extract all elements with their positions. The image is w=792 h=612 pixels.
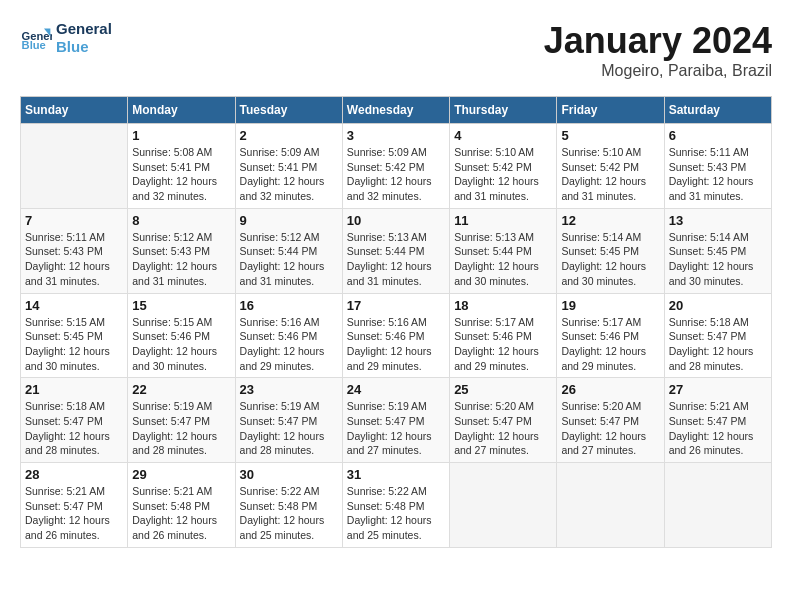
day-cell: 28Sunrise: 5:21 AM Sunset: 5:47 PM Dayli… <box>21 463 128 548</box>
day-number: 21 <box>25 382 123 397</box>
day-info: Sunrise: 5:10 AM Sunset: 5:42 PM Dayligh… <box>454 145 552 204</box>
day-info: Sunrise: 5:13 AM Sunset: 5:44 PM Dayligh… <box>454 230 552 289</box>
day-info: Sunrise: 5:21 AM Sunset: 5:47 PM Dayligh… <box>669 399 767 458</box>
day-info: Sunrise: 5:09 AM Sunset: 5:42 PM Dayligh… <box>347 145 445 204</box>
week-row-2: 7Sunrise: 5:11 AM Sunset: 5:43 PM Daylig… <box>21 208 772 293</box>
day-number: 18 <box>454 298 552 313</box>
header-day-wednesday: Wednesday <box>342 97 449 124</box>
day-info: Sunrise: 5:22 AM Sunset: 5:48 PM Dayligh… <box>347 484 445 543</box>
day-cell: 20Sunrise: 5:18 AM Sunset: 5:47 PM Dayli… <box>664 293 771 378</box>
header-row: SundayMondayTuesdayWednesdayThursdayFrid… <box>21 97 772 124</box>
day-info: Sunrise: 5:19 AM Sunset: 5:47 PM Dayligh… <box>240 399 338 458</box>
day-cell: 5Sunrise: 5:10 AM Sunset: 5:42 PM Daylig… <box>557 124 664 209</box>
day-number: 24 <box>347 382 445 397</box>
logo: General Blue General Blue <box>20 20 112 56</box>
day-cell: 9Sunrise: 5:12 AM Sunset: 5:44 PM Daylig… <box>235 208 342 293</box>
day-info: Sunrise: 5:19 AM Sunset: 5:47 PM Dayligh… <box>132 399 230 458</box>
day-info: Sunrise: 5:14 AM Sunset: 5:45 PM Dayligh… <box>669 230 767 289</box>
day-number: 16 <box>240 298 338 313</box>
day-cell: 14Sunrise: 5:15 AM Sunset: 5:45 PM Dayli… <box>21 293 128 378</box>
header-day-monday: Monday <box>128 97 235 124</box>
day-cell <box>21 124 128 209</box>
day-info: Sunrise: 5:22 AM Sunset: 5:48 PM Dayligh… <box>240 484 338 543</box>
day-info: Sunrise: 5:20 AM Sunset: 5:47 PM Dayligh… <box>561 399 659 458</box>
day-number: 20 <box>669 298 767 313</box>
day-number: 13 <box>669 213 767 228</box>
day-info: Sunrise: 5:08 AM Sunset: 5:41 PM Dayligh… <box>132 145 230 204</box>
day-info: Sunrise: 5:17 AM Sunset: 5:46 PM Dayligh… <box>561 315 659 374</box>
day-info: Sunrise: 5:14 AM Sunset: 5:45 PM Dayligh… <box>561 230 659 289</box>
day-info: Sunrise: 5:12 AM Sunset: 5:44 PM Dayligh… <box>240 230 338 289</box>
day-number: 9 <box>240 213 338 228</box>
day-number: 6 <box>669 128 767 143</box>
day-number: 30 <box>240 467 338 482</box>
day-cell: 26Sunrise: 5:20 AM Sunset: 5:47 PM Dayli… <box>557 378 664 463</box>
location-subtitle: Mogeiro, Paraiba, Brazil <box>544 62 772 80</box>
day-number: 28 <box>25 467 123 482</box>
day-info: Sunrise: 5:21 AM Sunset: 5:48 PM Dayligh… <box>132 484 230 543</box>
day-number: 7 <box>25 213 123 228</box>
day-info: Sunrise: 5:16 AM Sunset: 5:46 PM Dayligh… <box>347 315 445 374</box>
logo-icon: General Blue <box>20 22 52 54</box>
day-cell: 23Sunrise: 5:19 AM Sunset: 5:47 PM Dayli… <box>235 378 342 463</box>
day-info: Sunrise: 5:20 AM Sunset: 5:47 PM Dayligh… <box>454 399 552 458</box>
week-row-4: 21Sunrise: 5:18 AM Sunset: 5:47 PM Dayli… <box>21 378 772 463</box>
day-number: 5 <box>561 128 659 143</box>
day-cell: 21Sunrise: 5:18 AM Sunset: 5:47 PM Dayli… <box>21 378 128 463</box>
day-cell: 8Sunrise: 5:12 AM Sunset: 5:43 PM Daylig… <box>128 208 235 293</box>
calendar-table: SundayMondayTuesdayWednesdayThursdayFrid… <box>20 96 772 548</box>
day-number: 19 <box>561 298 659 313</box>
day-cell: 12Sunrise: 5:14 AM Sunset: 5:45 PM Dayli… <box>557 208 664 293</box>
day-info: Sunrise: 5:15 AM Sunset: 5:46 PM Dayligh… <box>132 315 230 374</box>
header-day-saturday: Saturday <box>664 97 771 124</box>
day-number: 22 <box>132 382 230 397</box>
day-number: 2 <box>240 128 338 143</box>
day-number: 15 <box>132 298 230 313</box>
day-cell: 1Sunrise: 5:08 AM Sunset: 5:41 PM Daylig… <box>128 124 235 209</box>
day-cell: 2Sunrise: 5:09 AM Sunset: 5:41 PM Daylig… <box>235 124 342 209</box>
day-cell: 30Sunrise: 5:22 AM Sunset: 5:48 PM Dayli… <box>235 463 342 548</box>
day-number: 10 <box>347 213 445 228</box>
week-row-3: 14Sunrise: 5:15 AM Sunset: 5:45 PM Dayli… <box>21 293 772 378</box>
day-cell: 7Sunrise: 5:11 AM Sunset: 5:43 PM Daylig… <box>21 208 128 293</box>
day-info: Sunrise: 5:11 AM Sunset: 5:43 PM Dayligh… <box>669 145 767 204</box>
day-cell: 11Sunrise: 5:13 AM Sunset: 5:44 PM Dayli… <box>450 208 557 293</box>
day-cell: 6Sunrise: 5:11 AM Sunset: 5:43 PM Daylig… <box>664 124 771 209</box>
calendar-header: SundayMondayTuesdayWednesdayThursdayFrid… <box>21 97 772 124</box>
day-number: 14 <box>25 298 123 313</box>
day-info: Sunrise: 5:19 AM Sunset: 5:47 PM Dayligh… <box>347 399 445 458</box>
day-info: Sunrise: 5:09 AM Sunset: 5:41 PM Dayligh… <box>240 145 338 204</box>
day-number: 29 <box>132 467 230 482</box>
day-info: Sunrise: 5:18 AM Sunset: 5:47 PM Dayligh… <box>669 315 767 374</box>
day-info: Sunrise: 5:21 AM Sunset: 5:47 PM Dayligh… <box>25 484 123 543</box>
calendar-body: 1Sunrise: 5:08 AM Sunset: 5:41 PM Daylig… <box>21 124 772 548</box>
day-number: 4 <box>454 128 552 143</box>
day-cell: 10Sunrise: 5:13 AM Sunset: 5:44 PM Dayli… <box>342 208 449 293</box>
day-info: Sunrise: 5:12 AM Sunset: 5:43 PM Dayligh… <box>132 230 230 289</box>
logo-text: General Blue <box>56 20 112 56</box>
page-header: General Blue General Blue January 2024 M… <box>20 20 772 80</box>
day-number: 31 <box>347 467 445 482</box>
day-cell: 4Sunrise: 5:10 AM Sunset: 5:42 PM Daylig… <box>450 124 557 209</box>
day-cell: 3Sunrise: 5:09 AM Sunset: 5:42 PM Daylig… <box>342 124 449 209</box>
day-info: Sunrise: 5:11 AM Sunset: 5:43 PM Dayligh… <box>25 230 123 289</box>
month-title: January 2024 <box>544 20 772 62</box>
header-day-thursday: Thursday <box>450 97 557 124</box>
day-cell: 15Sunrise: 5:15 AM Sunset: 5:46 PM Dayli… <box>128 293 235 378</box>
week-row-5: 28Sunrise: 5:21 AM Sunset: 5:47 PM Dayli… <box>21 463 772 548</box>
day-info: Sunrise: 5:17 AM Sunset: 5:46 PM Dayligh… <box>454 315 552 374</box>
day-cell: 16Sunrise: 5:16 AM Sunset: 5:46 PM Dayli… <box>235 293 342 378</box>
day-number: 8 <box>132 213 230 228</box>
day-cell: 25Sunrise: 5:20 AM Sunset: 5:47 PM Dayli… <box>450 378 557 463</box>
header-day-sunday: Sunday <box>21 97 128 124</box>
day-number: 17 <box>347 298 445 313</box>
day-number: 12 <box>561 213 659 228</box>
day-cell: 29Sunrise: 5:21 AM Sunset: 5:48 PM Dayli… <box>128 463 235 548</box>
day-cell <box>450 463 557 548</box>
day-cell <box>557 463 664 548</box>
day-cell: 27Sunrise: 5:21 AM Sunset: 5:47 PM Dayli… <box>664 378 771 463</box>
day-number: 26 <box>561 382 659 397</box>
day-cell: 22Sunrise: 5:19 AM Sunset: 5:47 PM Dayli… <box>128 378 235 463</box>
header-day-tuesday: Tuesday <box>235 97 342 124</box>
svg-text:Blue: Blue <box>22 39 46 51</box>
